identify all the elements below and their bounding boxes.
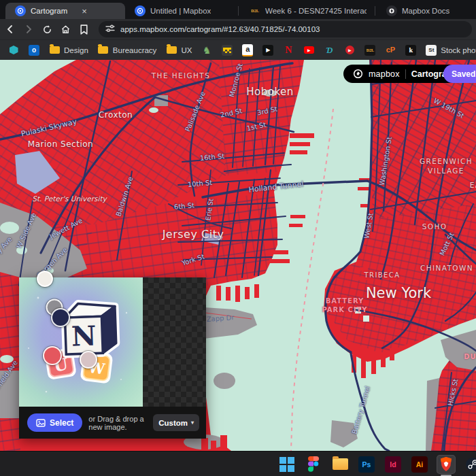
taskbar-indesign-button[interactable]: Id	[384, 455, 403, 474]
map-label-w-19th-st: W 19th St	[432, 97, 466, 120]
bookmark-design[interactable]: Design	[49, 45, 88, 56]
map-label-3rd-st: 3rd St	[256, 105, 278, 116]
tab-close-icon[interactable]: ×	[82, 7, 87, 16]
tab-separator	[375, 6, 375, 16]
select-image-button[interactable]: Select	[27, 413, 82, 432]
photoshop-icon: Ps	[358, 456, 375, 473]
bookmark-ux[interactable]: UX	[166, 45, 192, 56]
saved-style-button[interactable]: Saved sty	[443, 65, 476, 83]
kijiji-icon: k	[405, 45, 416, 56]
tab-title: Cartogram	[31, 7, 67, 15]
reading-list-icon[interactable]	[75, 21, 92, 37]
taxi-icon	[222, 45, 233, 56]
reload-button[interactable]	[39, 21, 55, 37]
bookmark-kijiji[interactable]: k	[405, 45, 416, 56]
bookmark-hexagon[interactable]	[8, 45, 19, 56]
taskbar-steam-button[interactable]	[463, 455, 476, 474]
tab-cartogram[interactable]: Cartogram×	[5, 3, 125, 19]
map-label-park-city: PARK CITY	[322, 306, 367, 313]
folder-icon	[49, 45, 60, 56]
bookmark-chess[interactable]: ♞	[201, 45, 212, 56]
address-bar[interactable]: apps.mapbox.com/cartogram/#12.63/40.7182…	[99, 21, 472, 37]
tab-separator	[238, 6, 239, 16]
map-label-holland-tunnel: Holland Tunnel	[248, 180, 304, 194]
d2l-favicon: D2L	[364, 45, 375, 56]
map-label-chinatown: CHINATOWN	[420, 264, 473, 272]
map-label-jersey-city: Jersey City	[163, 228, 224, 241]
brave-icon	[439, 456, 453, 472]
mapbox-logo-icon	[353, 69, 363, 79]
color-swatch-white[interactable]	[37, 271, 53, 287]
bookmark-taxi[interactable]	[222, 45, 233, 56]
indesign-icon: Id	[385, 456, 401, 473]
windows-taskbar: PsIdAi	[0, 451, 476, 476]
back-button[interactable]	[2, 21, 18, 37]
bookmark-label: Design	[64, 46, 88, 54]
map-label-york-st: York St	[181, 252, 205, 267]
amazon-icon: a	[242, 44, 253, 56]
transparent-padding-region[interactable]	[143, 277, 206, 407]
bookmark-d2l[interactable]: D2L	[364, 45, 375, 56]
svg-text:N: N	[71, 320, 97, 352]
taskbar-windows-button[interactable]	[277, 455, 296, 474]
bookmark-outlook[interactable]: o	[29, 45, 39, 56]
url-text[interactable]: apps.mapbox.com/cartogram/#12.63/40.7182…	[120, 25, 320, 33]
image-icon	[36, 419, 46, 427]
color-swatch-navy[interactable]	[51, 308, 70, 327]
bookmark-disney[interactable]: Ɗ	[324, 45, 335, 56]
outlook-icon: o	[29, 45, 39, 56]
map-label-garfield-ave: Garfield Ave	[0, 359, 19, 397]
map-label-palisade-ave: Palisade Ave	[184, 90, 207, 133]
map-label-greenwich: GREENWICH	[420, 157, 473, 165]
preset-dropdown[interactable]: Custom ▾	[153, 414, 199, 431]
color-swatch-red[interactable]	[43, 346, 62, 365]
map-label-16th-st: 16th St	[199, 152, 224, 162]
home-button[interactable]	[57, 21, 73, 37]
steam-icon	[465, 457, 476, 472]
bookmark-red-play[interactable]: ▶	[344, 45, 355, 56]
tab-title: Untitled | Mapbox	[150, 7, 211, 15]
tab-mapbox-docs[interactable]: Mapbox Docs	[377, 3, 456, 19]
bookmark-label: Bureaucracy	[113, 46, 157, 54]
drag-drop-hint: or Drag & drop a new image.	[88, 415, 147, 431]
tab-untitled-mapbox[interactable]: Untitled | Mapbox	[125, 3, 237, 19]
bookmark-youtube[interactable]: ▶	[303, 45, 314, 56]
taskbar-photoshop-button[interactable]: Ps	[357, 455, 376, 474]
color-swatch-pink[interactable]	[80, 351, 97, 369]
bookmark-netflix[interactable]: N	[283, 45, 294, 56]
file-explorer-icon	[333, 458, 348, 470]
map-label-6th-st: 6th St	[174, 201, 195, 211]
mapbox-favicon	[135, 5, 146, 16]
tab-title: Mapbox Docs	[402, 7, 449, 15]
map-label-w-side-ave: W Side Ave	[16, 211, 38, 250]
bookmark-bureaucracy[interactable]: Bureaucracy	[98, 45, 157, 56]
bookmark-prime-play[interactable]: ▶	[262, 45, 273, 56]
taskbar-figma-button[interactable]	[304, 455, 323, 474]
map-label-west-st: West St	[362, 212, 374, 239]
map-label-mott-st: Mott St	[438, 231, 455, 256]
illustrator-icon: Ai	[411, 456, 428, 473]
map-label-dumbo: DUMBO	[464, 353, 476, 360]
map-label-new-york: New York	[366, 285, 431, 301]
map-label-the-heights: THE HEIGHTS	[152, 71, 210, 80]
map-label-jewett-ave: Jewett Ave	[48, 217, 84, 240]
tab-strip: Cartogram×Untitled | MapboxD2LWeek 6 - D…	[0, 0, 476, 19]
source-image-notion-sticker[interactable]: U W N	[19, 277, 143, 407]
cp-icon: cP	[385, 45, 396, 56]
bookmark-stock-photos-royalt[interactable]: StStock photos, royalt...	[426, 45, 476, 56]
bookmark-amazon[interactable]: a	[242, 44, 253, 56]
taskbar-brave-button[interactable]	[437, 455, 456, 474]
tab-week-6-desn27425-interaction-des[interactable]: D2LWeek 6 - DESN27425 Interaction Des	[240, 3, 373, 19]
map-label-soho: SOHO	[422, 222, 447, 231]
tab-title: Week 6 - DESN27425 Interaction Des	[265, 7, 367, 15]
bookmark-cp[interactable]: cP	[385, 45, 396, 56]
browser-toolbar: apps.mapbox.com/cartogram/#12.63/40.7182…	[0, 19, 476, 39]
stock-photos-icon: St	[426, 45, 437, 56]
desktop-screen: Cartogram×Untitled | MapboxD2LWeek 6 - D…	[0, 0, 476, 476]
taskbar-explorer-button[interactable]	[330, 455, 350, 474]
tune-icon[interactable]	[105, 24, 115, 35]
forward-button[interactable]	[20, 21, 37, 37]
taskbar-illustrator-button[interactable]: Ai	[410, 455, 429, 474]
map-label-baldwin-ave: Baldwin Ave	[114, 175, 134, 217]
figma-icon	[308, 456, 319, 472]
